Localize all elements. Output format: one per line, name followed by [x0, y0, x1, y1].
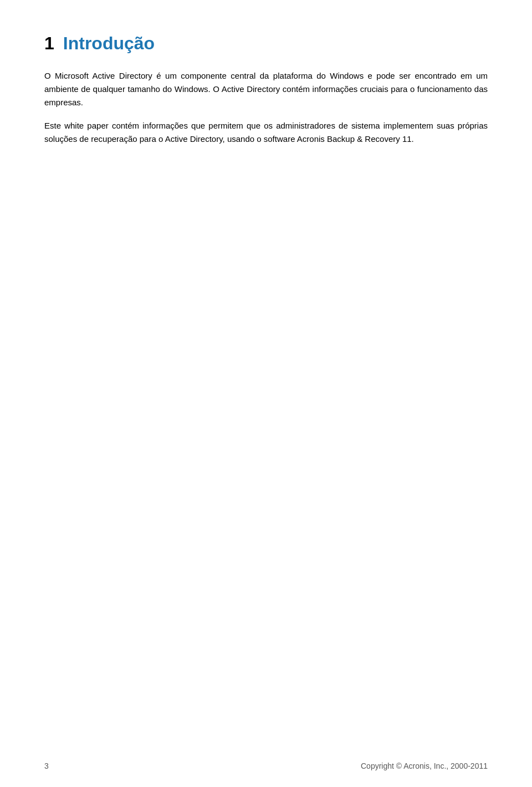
section-heading: 1 Introdução — [44, 33, 488, 54]
paragraph-1: O Microsoft Active Directory é um compon… — [44, 69, 488, 109]
page-footer: 3 Copyright © Acronis, Inc., 2000-2011 — [0, 762, 532, 770]
section-title: Introdução — [63, 33, 155, 54]
section-number: 1 — [44, 33, 54, 54]
document-page: 1 Introdução O Microsoft Active Director… — [0, 0, 532, 787]
page-number: 3 — [44, 762, 49, 770]
copyright-text: Copyright © Acronis, Inc., 2000-2011 — [361, 762, 488, 770]
section-body: O Microsoft Active Directory é um compon… — [44, 69, 488, 146]
paragraph-2: Este white paper contém informações que … — [44, 119, 488, 146]
